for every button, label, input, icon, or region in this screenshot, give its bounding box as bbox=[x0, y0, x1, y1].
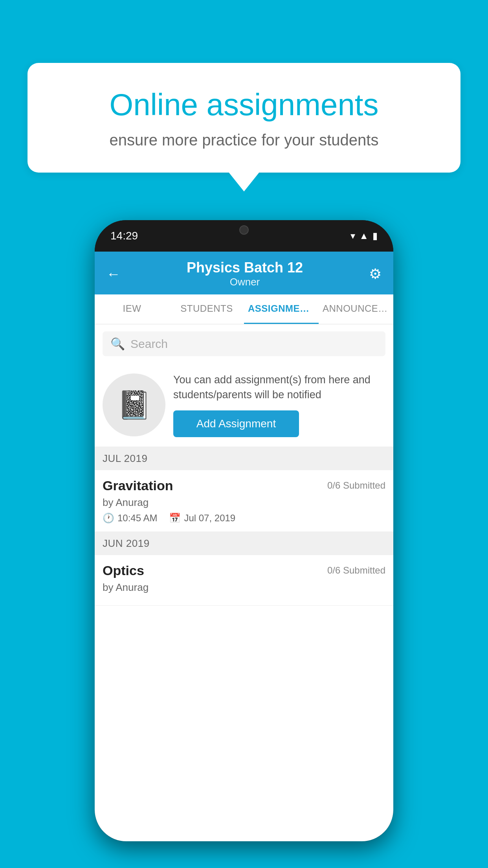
promo-card: 📓 You can add assignment(s) from here an… bbox=[95, 363, 393, 447]
assignment-top-row-optics: Optics 0/6 Submitted bbox=[103, 563, 385, 578]
status-icons: ▾ ▲ ▮ bbox=[350, 230, 378, 241]
assignment-time: 🕐 10:45 AM bbox=[103, 513, 157, 524]
app-header: ← Physics Batch 12 Owner ⚙ bbox=[95, 252, 393, 294]
assignment-meta: 🕐 10:45 AM 📅 Jul 07, 2019 bbox=[103, 513, 385, 524]
signal-icon: ▲ bbox=[359, 230, 369, 241]
search-input[interactable]: Search bbox=[130, 337, 168, 351]
status-bar: 14:29 ▾ ▲ ▮ bbox=[95, 220, 393, 252]
tab-students[interactable]: STUDENTS bbox=[169, 294, 244, 324]
status-time: 14:29 bbox=[110, 230, 138, 242]
search-icon: 🔍 bbox=[110, 337, 125, 351]
notebook-icon: 📓 bbox=[117, 389, 151, 421]
tab-assignments[interactable]: ASSIGNMENTS bbox=[244, 294, 319, 324]
assignment-name: Gravitation bbox=[103, 478, 173, 493]
assignment-item-optics[interactable]: Optics 0/6 Submitted by Anurag bbox=[95, 555, 393, 606]
battery-icon: ▮ bbox=[372, 230, 378, 241]
phone-screen: ← Physics Batch 12 Owner ⚙ IEW STUDENTS … bbox=[95, 252, 393, 841]
add-assignment-button[interactable]: Add Assignment bbox=[173, 410, 299, 437]
tab-announcements[interactable]: ANNOUNCEM… bbox=[319, 294, 393, 324]
month-header-jul: JUL 2019 bbox=[95, 447, 393, 470]
wifi-icon: ▾ bbox=[350, 230, 355, 241]
promo-text: You can add assignment(s) from here and … bbox=[173, 373, 385, 437]
assignment-top-row: Gravitation 0/6 Submitted bbox=[103, 478, 385, 493]
settings-button[interactable]: ⚙ bbox=[369, 266, 382, 282]
speech-bubble-subtitle: ensure more practice for your students bbox=[59, 131, 429, 149]
assignment-item-gravitation[interactable]: Gravitation 0/6 Submitted by Anurag 🕐 10… bbox=[95, 470, 393, 532]
header-title: Physics Batch 12 bbox=[187, 259, 303, 276]
speech-bubble-title: Online assignments bbox=[59, 86, 429, 123]
assignment-submitted-optics: 0/6 Submitted bbox=[327, 565, 385, 576]
search-container: 🔍 Search bbox=[95, 324, 393, 363]
back-button[interactable]: ← bbox=[106, 266, 121, 282]
assignment-author-optics: by Anurag bbox=[103, 581, 385, 594]
speech-bubble-card: Online assignments ensure more practice … bbox=[28, 63, 460, 173]
phone-notch bbox=[213, 220, 275, 240]
assignment-author: by Anurag bbox=[103, 497, 385, 509]
clock-icon: 🕐 bbox=[103, 513, 114, 524]
header-subtitle: Owner bbox=[187, 276, 303, 288]
tab-iew[interactable]: IEW bbox=[95, 294, 169, 324]
month-header-jun: JUN 2019 bbox=[95, 532, 393, 555]
promo-description: You can add assignment(s) from here and … bbox=[173, 373, 385, 403]
promo-icon-circle: 📓 bbox=[103, 373, 165, 436]
phone-frame: 14:29 ▾ ▲ ▮ ← Physics Batch 12 Owner ⚙ I… bbox=[95, 220, 393, 841]
front-camera bbox=[239, 225, 249, 235]
tab-bar: IEW STUDENTS ASSIGNMENTS ANNOUNCEM… bbox=[95, 294, 393, 324]
search-bar[interactable]: 🔍 Search bbox=[103, 331, 385, 356]
assignment-date: 📅 Jul 07, 2019 bbox=[169, 513, 235, 524]
header-center: Physics Batch 12 Owner bbox=[187, 259, 303, 288]
assignment-submitted: 0/6 Submitted bbox=[327, 480, 385, 491]
assignment-name-optics: Optics bbox=[103, 563, 144, 578]
calendar-icon: 📅 bbox=[169, 513, 181, 524]
